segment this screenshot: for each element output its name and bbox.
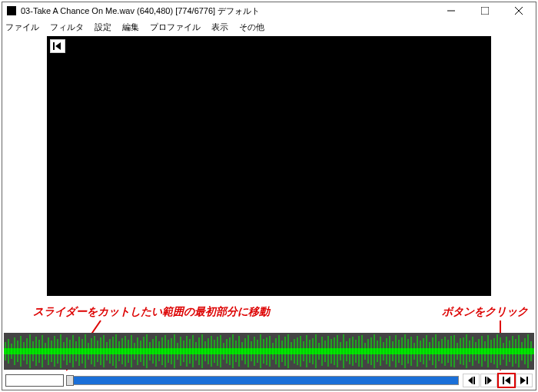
- step-back-button[interactable]: [463, 374, 480, 387]
- go-start-icon: [502, 377, 511, 384]
- minimize-button[interactable]: [434, 2, 468, 19]
- step-forward-button[interactable]: [480, 374, 497, 387]
- menu-filter[interactable]: フィルタ: [50, 22, 84, 33]
- step-forward-icon: [484, 377, 493, 384]
- maximize-icon: [481, 7, 489, 15]
- waveform-area[interactable]: [2, 328, 536, 373]
- menu-bar: ファイル フィルタ 設定 編集 プロファイル 表示 その他: [2, 19, 536, 35]
- svg-marker-188: [505, 377, 510, 384]
- menu-file[interactable]: ファイル: [5, 22, 39, 33]
- app-window: 03-Take A Chance On Me.wav (640,480) [77…: [2, 2, 536, 390]
- go-start-icon: [53, 42, 62, 50]
- svg-marker-189: [520, 377, 526, 384]
- position-display: [5, 374, 64, 387]
- menu-other[interactable]: その他: [239, 22, 264, 33]
- menu-view[interactable]: 表示: [211, 22, 228, 33]
- close-button[interactable]: [502, 2, 536, 19]
- go-end-icon: [520, 377, 529, 384]
- waveform-icon: [4, 333, 534, 370]
- menu-settings[interactable]: 設定: [95, 22, 111, 33]
- title-bar: 03-Take A Chance On Me.wav (640,480) [77…: [2, 2, 536, 19]
- start-marker-button[interactable]: [50, 39, 65, 53]
- close-icon: [515, 7, 523, 15]
- svg-marker-5: [55, 42, 61, 50]
- svg-marker-183: [468, 377, 473, 384]
- svg-rect-1: [481, 7, 489, 15]
- mark-end-button[interactable]: [516, 374, 533, 387]
- step-back-icon: [467, 377, 476, 384]
- seek-thumb[interactable]: [66, 375, 74, 386]
- maximize-button[interactable]: [468, 2, 502, 19]
- transport-bar: [2, 373, 536, 390]
- seek-slider[interactable]: [67, 376, 459, 385]
- menu-profile[interactable]: プロファイル: [150, 22, 201, 33]
- app-icon: [7, 6, 16, 15]
- annotation-slider: スライダーをカットしたい範囲の最初部分に移動: [33, 305, 270, 319]
- window-title: 03-Take A Chance On Me.wav (640,480) [77…: [21, 5, 260, 17]
- mark-start-button[interactable]: [498, 374, 515, 387]
- minimize-icon: [447, 7, 455, 15]
- annotation-button: ボタンをクリック: [442, 305, 528, 319]
- menu-edit[interactable]: 編集: [122, 22, 139, 33]
- content-area: [2, 35, 536, 328]
- video-area[interactable]: [47, 36, 491, 296]
- svg-marker-186: [487, 377, 492, 384]
